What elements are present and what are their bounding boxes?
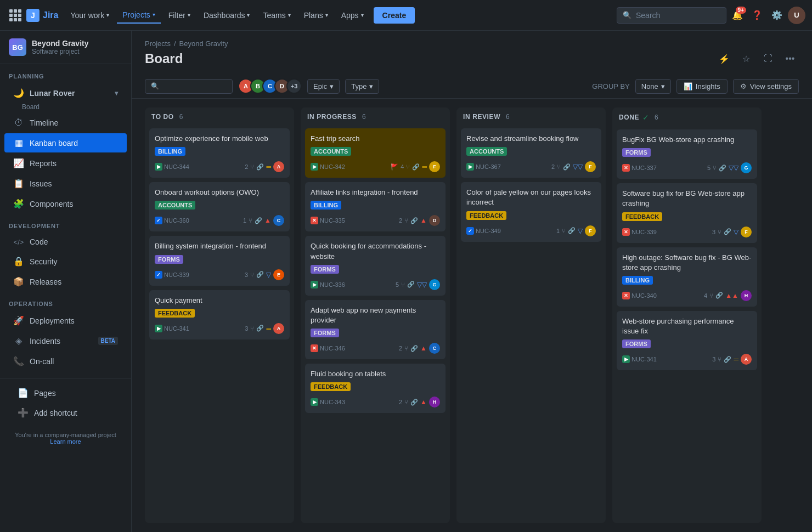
card-issue-id: ✕ NUC-337 (622, 164, 657, 172)
releases-icon: 📦 (13, 276, 24, 287)
card-avatar: F (585, 161, 596, 172)
nav-teams[interactable]: Teams ▾ (257, 8, 296, 23)
card[interactable]: Onboard workout options (OWO) ACCOUNTS ✓… (149, 182, 290, 231)
card-meta: 2 ⑂ 🔗 ═ A (193, 161, 284, 172)
card[interactable]: Web-store purchasing performance issue f… (617, 311, 757, 370)
breadcrumb-project[interactable]: Beyond Gravity (179, 39, 228, 48)
sidebar-item-components[interactable]: 🧩 Components (4, 194, 127, 213)
card[interactable]: Fluid booking on tablets FEEDBACK ▶ NUC-… (305, 364, 446, 413)
avatar-more[interactable]: +3 (286, 78, 302, 94)
card[interactable]: High outage: Software bug fix - BG Web-s… (617, 247, 757, 307)
settings-button[interactable]: ⚙️ (768, 7, 786, 24)
sidebar-item-security[interactable]: 🔒 Security (4, 252, 127, 271)
nav-dashboards[interactable]: Dashboards ▾ (198, 8, 256, 23)
card-title: Web-store purchasing performance issue f… (622, 316, 752, 336)
nav-projects[interactable]: Projects ▾ (117, 7, 161, 24)
nav-apps[interactable]: Apps ▾ (336, 8, 369, 23)
lock-icon: 🔒 (13, 256, 24, 267)
chevron-down-icon: ▾ (247, 12, 250, 18)
sidebar-item-deployments[interactable]: 🚀 Deployments (4, 311, 127, 330)
card-avatar: C (273, 215, 284, 226)
card[interactable]: Optimize experience for mobile web BILLI… (149, 128, 290, 178)
column-count: 6 (179, 113, 183, 121)
story-icon: ▶ (155, 163, 162, 171)
sidebar-item-reports[interactable]: 📈 Reports (4, 154, 127, 173)
bug-icon: ✕ (311, 217, 318, 224)
app-switcher-button[interactable] (7, 7, 24, 24)
card-label: ACCOUNTS (311, 147, 351, 156)
learn-more-link[interactable]: Learn more (9, 438, 122, 445)
company-note: You're in a company-managed project Lear… (0, 427, 131, 449)
story-icon: ▶ (622, 355, 630, 363)
sidebar-item-kanban[interactable]: ▦ Kanban board (4, 133, 127, 152)
operations-section-label: OPERATIONS (0, 292, 131, 310)
board-search-input[interactable] (162, 82, 227, 90)
star-button[interactable]: ☆ (737, 50, 755, 67)
logo[interactable]: J Jira (26, 9, 58, 22)
column-cards-done: BugFix BG Web-store app crashing FORMS ✕… (612, 127, 762, 523)
settings-icon: ⚙ (740, 82, 747, 90)
notifications-button[interactable]: 🔔 9+ (729, 7, 746, 24)
nav-filter[interactable]: Filter ▾ (163, 8, 196, 23)
sidebar-item-add-shortcut[interactable]: ➕ Add shortcut (9, 403, 122, 422)
search-bar[interactable]: 🔍 (617, 7, 726, 24)
sidebar-item-oncall[interactable]: 📞 On-call (4, 352, 127, 371)
sidebar-item-lunar-rover[interactable]: 🌙 Lunar Rover ▾ (4, 83, 127, 103)
search-input[interactable] (636, 11, 720, 20)
create-button[interactable]: Create (374, 7, 415, 24)
card[interactable]: Adapt web app no new payments provider F… (305, 300, 446, 359)
card-meta: 🚩 4 ⑂ 🔗 ═ F (348, 161, 440, 172)
type-filter[interactable]: Type ▾ (345, 79, 379, 94)
card-issue-id: ✕ NUC-340 (622, 292, 657, 299)
filter-search[interactable]: 🔍 (145, 79, 233, 94)
sidebar-item-timeline[interactable]: ⏱ Timeline (4, 114, 127, 132)
nav-plans[interactable]: Plans ▾ (298, 8, 334, 23)
oncall-icon: 📞 (13, 356, 24, 366)
card[interactable]: Revise and streamline booking flow ACCOU… (461, 128, 601, 178)
card[interactable]: Color of pale yellow on our pages looks … (461, 182, 601, 241)
plus-icon: ➕ (18, 408, 29, 418)
card[interactable]: BugFix BG Web-store app crashing FORMS ✕… (617, 129, 757, 179)
group-by-none[interactable]: None ▾ (635, 79, 671, 94)
card[interactable]: Software bug fix for BG Web-store app cr… (617, 183, 757, 242)
card[interactable]: Affiliate links integration - frontend B… (305, 182, 446, 231)
column-title: IN REVIEW (463, 113, 500, 121)
nav-your-work[interactable]: Your work ▾ (65, 8, 115, 23)
priority-icon: ▽ (734, 228, 738, 236)
sidebar-item-issues[interactable]: 📋 Issues (4, 174, 127, 193)
card-title: Billing system integration - frontend (155, 241, 284, 251)
issues-icon: 📋 (13, 178, 24, 189)
sidebar-item-incidents[interactable]: ◈ Incidents BETA (4, 331, 127, 350)
card-label: FEEDBACK (155, 309, 195, 318)
breadcrumb-projects[interactable]: Projects (145, 39, 171, 48)
card-label: FEEDBACK (311, 382, 351, 391)
card-label: ACCOUNTS (466, 147, 507, 156)
branch-icon: ⑂ (562, 228, 566, 234)
more-button[interactable]: ••• (781, 50, 799, 67)
sidebar-item-pages[interactable]: 📄 Pages (9, 383, 122, 403)
card-title: Quick booking for accommodations - websi… (311, 241, 440, 261)
column-title: TO DO (151, 113, 174, 121)
sidebar-item-releases[interactable]: 📦 Releases (4, 272, 127, 291)
sidebar-project-header[interactable]: BG Beyond Gravity Software project (0, 31, 131, 64)
card-avatar: G (741, 162, 752, 173)
profile-avatar[interactable]: U (788, 7, 805, 24)
card-title: Affiliate links integration - frontend (311, 188, 440, 197)
help-button[interactable]: ❓ (748, 7, 766, 24)
insights-button[interactable]: 📊 Insights (676, 79, 728, 94)
bolt-button[interactable]: ⚡ (715, 50, 733, 67)
logo-text: Jira (43, 10, 58, 20)
card[interactable]: Quick payment FEEDBACK ▶ NUC-341 3 ⑂ 🔗 ═… (149, 290, 290, 339)
story-icon: ▶ (311, 281, 318, 288)
card[interactable]: Fast trip search ACCOUNTS ▶ NUC-342 🚩 4 … (305, 128, 446, 178)
view-settings-button[interactable]: ⚙ View settings (733, 79, 799, 94)
card-issue-id: ✕ NUC-335 (311, 217, 345, 224)
group-by-label: GROUP BY (592, 82, 629, 90)
card[interactable]: Billing system integration - frontend FO… (149, 236, 290, 285)
epic-filter[interactable]: Epic ▾ (307, 79, 340, 94)
card[interactable]: Quick booking for accommodations - websi… (305, 236, 446, 295)
expand-button[interactable]: ⛶ (759, 50, 777, 67)
breadcrumb: Projects / Beyond Gravity (132, 31, 812, 50)
sidebar-item-code[interactable]: </> Code (4, 233, 127, 251)
card-label: BILLING (311, 201, 341, 210)
